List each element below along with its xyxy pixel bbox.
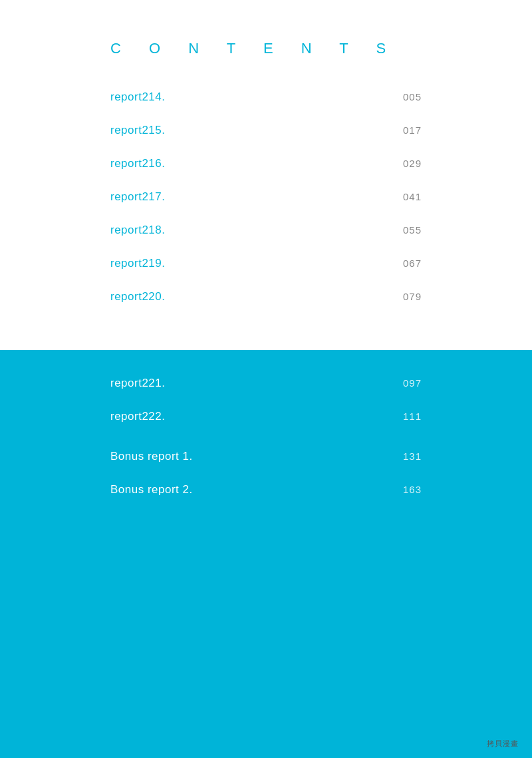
table-row: Bonus report 1.131 (110, 450, 422, 463)
white-entries: report214.005report215.017report216.029r… (110, 91, 422, 303)
toc-page: 029 (403, 158, 422, 169)
table-row: report218.055 (110, 224, 422, 237)
table-row: report214.005 (110, 91, 422, 104)
toc-page: 079 (403, 291, 422, 302)
toc-label: report221. (110, 377, 166, 390)
toc-label: report214. (110, 91, 166, 104)
toc-page: 097 (403, 377, 422, 389)
contents-title: C O N T E N T S (110, 40, 422, 57)
toc-page: 131 (403, 451, 422, 462)
toc-page: 111 (403, 411, 422, 422)
toc-label: report215. (110, 124, 166, 137)
toc-page: 017 (403, 124, 422, 136)
table-row: report219.067 (110, 257, 422, 270)
toc-page: 067 (403, 258, 422, 269)
toc-label: report220. (110, 290, 166, 303)
toc-label: Bonus report 2. (110, 483, 193, 496)
toc-label: report217. (110, 190, 166, 204)
bonus-entries: Bonus report 1.131Bonus report 2.163 (110, 450, 422, 496)
blue-section: report221.097report222.111 Bonus report … (0, 350, 532, 758)
toc-label: Bonus report 1. (110, 450, 193, 463)
page: C O N T E N T S report214.005report215.0… (0, 0, 532, 758)
table-row: report216.029 (110, 157, 422, 170)
toc-label: report222. (110, 410, 166, 423)
table-row: report220.079 (110, 290, 422, 303)
toc-label: report216. (110, 157, 166, 170)
toc-page: 055 (403, 224, 422, 236)
white-section: C O N T E N T S report214.005report215.0… (0, 0, 532, 350)
toc-label: report219. (110, 257, 166, 270)
table-row: report222.111 (110, 410, 422, 423)
table-row: report215.017 (110, 124, 422, 137)
table-row: report217.041 (110, 190, 422, 204)
toc-label: report218. (110, 224, 166, 237)
blue-entries: report221.097report222.111 (110, 377, 422, 423)
watermark: 拷貝漫畫 (487, 739, 519, 749)
toc-page: 163 (403, 484, 422, 495)
toc-page: 041 (403, 191, 422, 202)
toc-page: 005 (403, 91, 422, 102)
table-row: Bonus report 2.163 (110, 483, 422, 496)
table-row: report221.097 (110, 377, 422, 390)
